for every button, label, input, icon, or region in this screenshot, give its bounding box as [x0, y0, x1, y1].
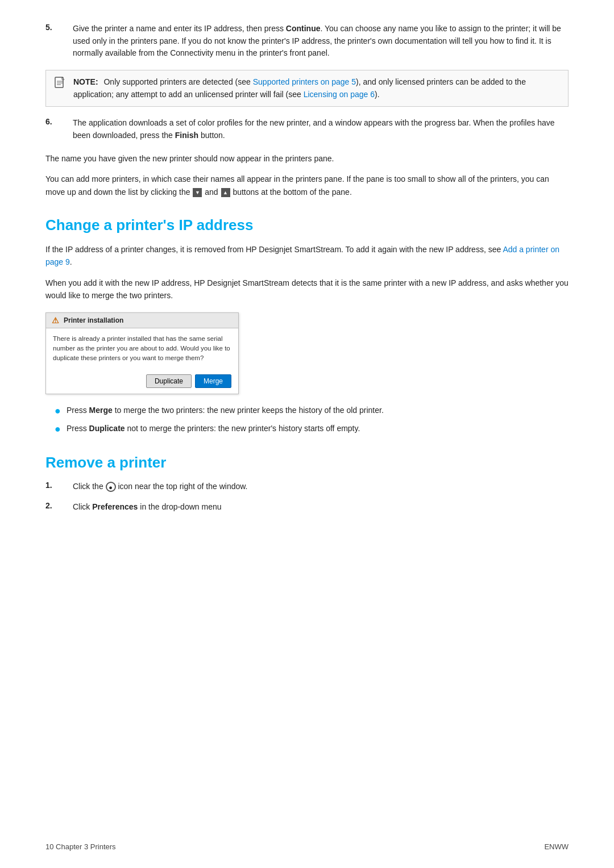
page-footer: 10 Chapter 3 Printers ENWW	[0, 842, 614, 851]
note-label: NOTE:	[73, 77, 98, 86]
step-5: 5. Give the printer a name and enter its…	[45, 23, 569, 60]
note-link-licensing[interactable]: Licensing on page 6	[304, 90, 375, 99]
dialog-wrapper: ⚠ Printer installation There is already …	[45, 312, 569, 395]
bullet-merge-text: Press Merge to merge the two printers: t…	[67, 404, 384, 417]
remove-step-2: 2. Click Preferences in the drop-down me…	[45, 501, 569, 514]
note-text-end: ).	[375, 90, 380, 99]
remove-step-2-text: Click Preferences in the drop-down menu	[73, 501, 569, 514]
note-content: NOTE: Only supported printers are detect…	[73, 76, 560, 101]
down-arrow-icon: ▼	[193, 188, 202, 197]
duplicate-button[interactable]: Duplicate	[146, 374, 192, 388]
bullet-merge: ● Press Merge to merge the two printers:…	[55, 404, 569, 418]
note-link-supported-printers[interactable]: Supported printers on page 5	[253, 77, 356, 86]
up-arrow-icon: ▲	[221, 188, 230, 197]
section1-para2: When you add it with the new IP address,…	[45, 277, 569, 302]
remove-step-2-number: 2.	[45, 501, 73, 514]
dialog-title-bar: ⚠ Printer installation	[46, 313, 238, 328]
remove-step-1-number: 1.	[45, 481, 73, 493]
bullet-dot-2: ●	[55, 423, 61, 436]
bullet-list: ● Press Merge to merge the two printers:…	[55, 404, 569, 436]
step-5-text: Give the printer a name and enter its IP…	[73, 23, 569, 60]
dialog-title-text: Printer installation	[64, 316, 123, 324]
section1-para1: If the IP address of a printer changes, …	[45, 243, 569, 269]
note-box: NOTE: Only supported printers are detect…	[45, 70, 569, 107]
bullet-duplicate-text: Press Duplicate not to merge the printer…	[67, 423, 360, 435]
step-6: 6. The application downloads a set of co…	[45, 117, 569, 141]
body-para-2: You can add more printers, in which case…	[45, 173, 569, 198]
footer-left: 10 Chapter 3 Printers	[45, 842, 116, 851]
settings-icon: ●	[106, 482, 116, 492]
body-para-1: The name you have given the new printer …	[45, 152, 569, 165]
section1-heading: Change a printer's IP address	[45, 216, 569, 234]
dialog-buttons: Duplicate Merge	[46, 371, 238, 394]
step-6-text: The application downloads a set of color…	[73, 117, 569, 141]
step-5-number: 5.	[45, 23, 73, 32]
remove-step-1-text: Click the ● icon near the top right of t…	[73, 481, 569, 493]
section2-heading: Remove a printer	[45, 454, 569, 471]
dialog-body: There is already a printer installed tha…	[46, 328, 238, 372]
dialog-box: ⚠ Printer installation There is already …	[45, 312, 239, 395]
section1-link-add-printer[interactable]: Add a printer on page 9	[45, 245, 559, 266]
dialog-title-icon: ⚠	[52, 316, 59, 325]
remove-step-1: 1. Click the ● icon near the top right o…	[45, 481, 569, 493]
note-icon	[54, 77, 68, 94]
footer-right: ENWW	[544, 842, 569, 851]
note-text-before: Only supported printers are detected (se…	[103, 77, 252, 86]
page-content: 5. Give the printer a name and enter its…	[45, 23, 569, 513]
step-6-number: 6.	[45, 117, 73, 126]
merge-button[interactable]: Merge	[195, 374, 231, 388]
bullet-dot-1: ●	[55, 404, 61, 418]
bullet-duplicate: ● Press Duplicate not to merge the print…	[55, 423, 569, 436]
